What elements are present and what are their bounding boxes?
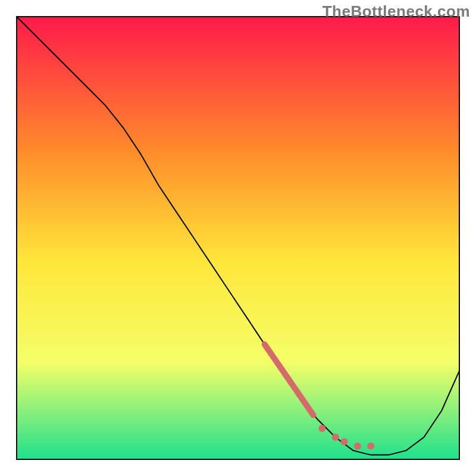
- optimal-dot: [341, 438, 348, 445]
- chart-svg: [0, 0, 476, 476]
- watermark-text: TheBottleneck.com: [322, 2, 470, 21]
- chart-container: TheBottleneck.com: [0, 0, 476, 476]
- optimal-dot: [332, 434, 339, 441]
- optimal-dot: [354, 443, 361, 450]
- optimal-dot: [367, 443, 374, 450]
- optimal-dot: [318, 425, 325, 432]
